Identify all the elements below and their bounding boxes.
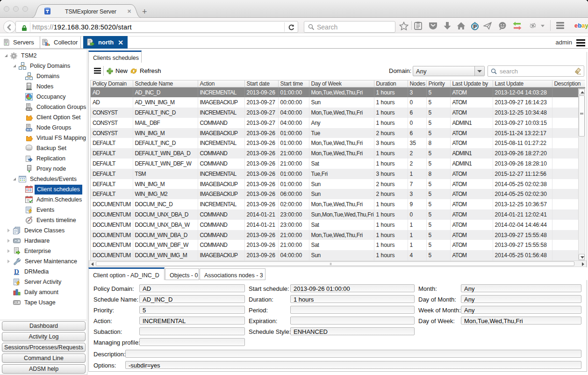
svg-text:P: P	[473, 24, 477, 29]
